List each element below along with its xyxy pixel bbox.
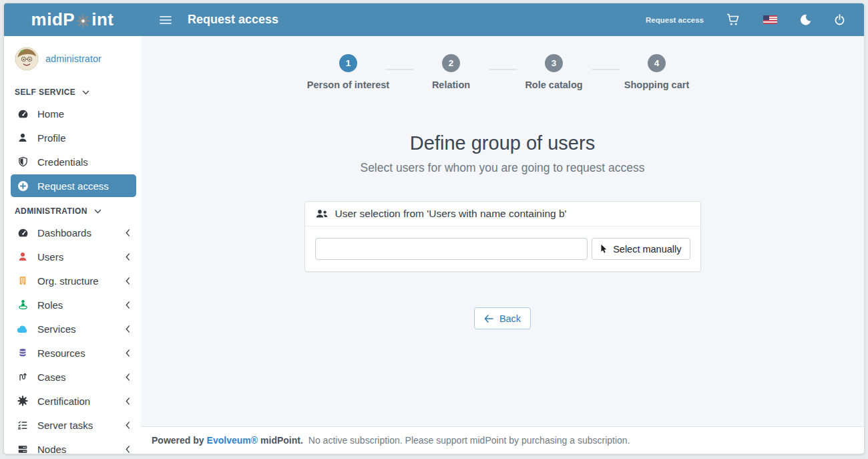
sidebar-item-label: Dashboards: [37, 227, 91, 239]
app-window: midP int Request access: [3, 3, 865, 454]
request-access-top-link[interactable]: Request access: [646, 16, 704, 24]
shield-icon: [16, 156, 29, 167]
chevron-left-icon: [126, 397, 130, 406]
panel-header-text: User selection from 'Users with name con…: [335, 208, 567, 220]
sidebar-item-server-tasks[interactable]: Server tasks: [4, 413, 141, 437]
plus-circle-icon: [16, 180, 29, 192]
sidebar-item-label: Certification: [37, 396, 90, 407]
chevron-left-icon: [126, 325, 130, 333]
user-selection-panel: User selection from 'Users with name con…: [304, 201, 701, 272]
sidebar-item-nodes[interactable]: Nodes: [4, 437, 141, 454]
sidebar-item-profile[interactable]: Profile: [4, 126, 141, 150]
user-icon: [16, 251, 29, 262]
mouse-pointer-icon: [600, 244, 608, 254]
building-icon: [16, 275, 29, 286]
section-administration[interactable]: ADMINISTRATION: [4, 198, 141, 220]
step-label: Relation: [432, 80, 470, 90]
logout-power-icon[interactable]: [834, 14, 845, 25]
step-number: 2: [442, 54, 460, 72]
tachometer-icon: [16, 227, 29, 239]
avatar: [15, 47, 39, 71]
wizard-step-role-catalog[interactable]: 3 Role catalog: [517, 54, 592, 90]
tasks-list-icon: [16, 420, 29, 430]
back-button[interactable]: Back: [474, 307, 531, 329]
chevron-down-icon: [82, 90, 89, 95]
section-label: SELF SERVICE: [15, 88, 75, 97]
sidebar-item-org-structure[interactable]: Org. structure: [4, 269, 141, 293]
page-subtitle: Select users for whom you are going to r…: [141, 161, 864, 175]
evolveum-link[interactable]: Evolveum®: [207, 435, 258, 446]
database-icon: [16, 347, 29, 358]
wizard-step-shopping-cart[interactable]: 4 Shopping cart: [620, 54, 694, 90]
sidebar-item-cases[interactable]: Cases: [4, 365, 141, 389]
role-icon: [16, 299, 29, 310]
username-link[interactable]: administrator: [45, 53, 101, 64]
step-connector: [489, 69, 517, 70]
arrow-left-icon: [484, 315, 493, 323]
sidebar-item-certification[interactable]: Certification: [4, 389, 141, 413]
page-title-navbar: Request access: [188, 13, 278, 27]
step-label: Person of interest: [307, 80, 389, 90]
user-panel[interactable]: administrator: [4, 43, 141, 79]
sidebar-toggle-hamburger-icon[interactable]: [156, 11, 176, 29]
panel-body: Select manually: [305, 226, 700, 271]
sidebar-item-label: Nodes: [37, 444, 66, 454]
sidebar-item-label: Roles: [37, 299, 63, 311]
tachometer-icon: [16, 108, 29, 120]
section-label: ADMINISTRATION: [15, 206, 87, 216]
sidebar-item-users[interactable]: Users: [4, 245, 141, 269]
panel-header: User selection from 'Users with name con…: [305, 202, 700, 226]
certificate-seal-icon: [16, 396, 29, 406]
cloud-icon: [16, 324, 29, 333]
step-number: 1: [339, 54, 357, 72]
footer: Powered by Evolveum® midPoint. No active…: [141, 426, 864, 454]
chevron-left-icon: [126, 228, 130, 237]
midpoint-logo[interactable]: midP int: [4, 9, 141, 30]
select-manually-button[interactable]: Select manually: [592, 238, 690, 260]
wizard-steps: 1 Person of interest 2 Relation 3 Role c…: [141, 36, 864, 90]
footer-product: midPoint.: [260, 435, 303, 446]
footer-powered-by: Powered by: [152, 435, 204, 446]
chevron-left-icon: [126, 253, 130, 261]
sidebar-item-label: Profile: [37, 132, 66, 144]
step-label: Role catalog: [525, 80, 582, 90]
back-button-label: Back: [499, 313, 521, 324]
step-connector: [386, 69, 414, 70]
section-self-service[interactable]: SELF SERVICE: [4, 79, 141, 102]
sidebar-item-label: Cases: [37, 371, 66, 383]
user-search-input[interactable]: [315, 238, 588, 260]
sidebar-item-label: Home: [37, 108, 64, 120]
page-title: Define group of users: [141, 132, 864, 154]
step-number: 3: [545, 54, 563, 72]
wizard-step-person-of-interest[interactable]: 1 Person of interest: [311, 54, 386, 90]
server-icon: [16, 444, 29, 454]
wizard-step-relation[interactable]: 2 Relation: [414, 54, 489, 90]
locale-flag-icon[interactable]: [763, 15, 777, 24]
chevron-left-icon: [126, 277, 130, 285]
sidebar-item-request-access[interactable]: Request access: [11, 174, 136, 197]
sidebar-item-services[interactable]: Services: [4, 317, 141, 341]
sidebar-item-roles[interactable]: Roles: [4, 293, 141, 317]
sidebar-item-resources[interactable]: Resources: [4, 341, 141, 365]
sidebar-item-label: Credentials: [37, 156, 88, 168]
brand-text-pre: midP: [31, 9, 75, 30]
sidebar-item-credentials[interactable]: Credentials: [4, 150, 141, 174]
sidebar-item-home[interactable]: Home: [4, 102, 141, 126]
dark-mode-moon-icon[interactable]: [800, 14, 811, 25]
chevron-left-icon: [126, 301, 130, 309]
sidebar-item-dashboards[interactable]: Dashboards: [4, 220, 141, 245]
sidebar-item-label: Users: [37, 251, 63, 263]
users-group-icon: [315, 208, 329, 219]
cart-icon[interactable]: [726, 13, 740, 26]
sidebar-item-label: Services: [37, 323, 76, 335]
step-label: Shopping cart: [624, 80, 689, 90]
gear-icon: [76, 14, 90, 28]
chevron-left-icon: [126, 349, 130, 357]
step-connector: [592, 69, 620, 70]
chevron-left-icon: [126, 421, 130, 430]
sidebar: administrator SELF SERVICE Home: [4, 36, 141, 454]
main-content: 1 Person of interest 2 Relation 3 Role c…: [141, 36, 864, 426]
chevron-left-icon: [126, 373, 130, 381]
navbar-right-cluster: Request access: [646, 13, 864, 26]
footer-subscription-message: No active subscription. Please support m…: [308, 435, 630, 446]
